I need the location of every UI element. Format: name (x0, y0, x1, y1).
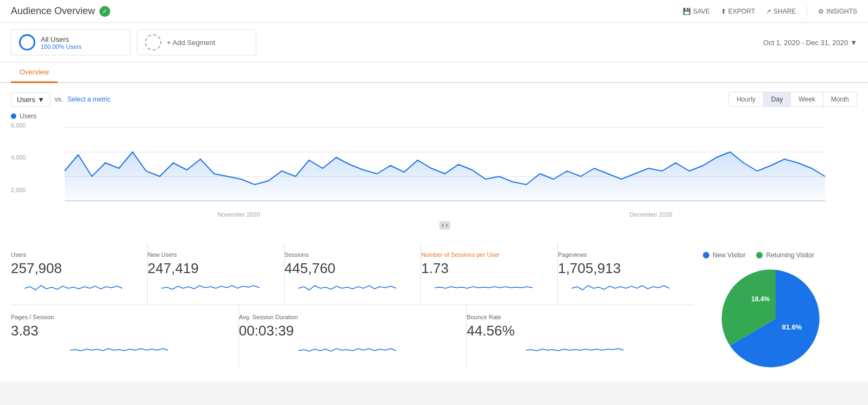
x-label-december: December 2020 (630, 211, 672, 218)
sparkline-sessions (285, 280, 410, 296)
timeline-slider[interactable] (439, 221, 450, 230)
select-metric-link[interactable]: Select a metric (67, 96, 110, 103)
add-segment-circle (145, 34, 161, 50)
users-metric-dropdown[interactable]: Users ▼ (11, 92, 51, 107)
metric-users-value: 257,908 (11, 260, 136, 277)
users-dot (11, 113, 16, 119)
legend-new-visitor: New Visitor (703, 251, 745, 259)
date-range-label: Oct 1, 2020 - Dec 31, 2020 (763, 39, 848, 47)
x-label-november: November 2020 (217, 211, 260, 218)
save-icon: 💾 (683, 8, 691, 15)
metric-sessions-per-user-value: 1.73 (421, 260, 546, 277)
metric-sessions-per-user-label: Number of Sessions per User (421, 251, 546, 258)
metric-pageviews: Pageviews 1,705,913 (558, 243, 694, 305)
share-icon: ↗ (766, 8, 771, 15)
metric-bounce-rate-value: 44.56% (467, 322, 683, 339)
pie-chart: 81.6% 18.4% (721, 264, 830, 373)
metric-new-users-value: 247,419 (148, 260, 273, 277)
metric-users-label: Users (11, 251, 136, 258)
time-hourly[interactable]: Hourly (729, 92, 764, 106)
pie-new-pct-text: 81.6% (782, 323, 802, 331)
metric-new-users-label: New Users (148, 251, 273, 258)
date-range-chevron: ▼ (850, 39, 857, 47)
metric-sessions-per-user: Number of Sessions per User 1.73 (421, 243, 558, 305)
sparkline-users (11, 280, 136, 296)
y-axis: 6,000 4,000 2,000 (11, 122, 26, 230)
metric-new-users: New Users 247,419 (148, 243, 285, 305)
all-users-circle (19, 34, 35, 50)
add-segment-box[interactable]: + Add Segment (137, 29, 256, 55)
export-icon: ⬆ (721, 8, 726, 15)
pie-section: New Visitor Returning Visitor (694, 243, 857, 382)
save-button[interactable]: 💾 SAVE (683, 8, 710, 15)
metric-pageviews-label: Pageviews (558, 251, 683, 258)
time-day[interactable]: Day (764, 92, 791, 106)
chart-section: Users ▼ vs. Select a metric Hourly Day W… (0, 83, 868, 238)
metric-sessions: Sessions 445,760 (285, 243, 422, 305)
metric-pages-session: Pages / Session 3.83 (11, 305, 239, 367)
legend-new-visitor-label: New Visitor (713, 251, 745, 259)
page-title: Audience Overview (11, 5, 95, 17)
divider (807, 6, 807, 17)
tab-bar: Overview (0, 62, 868, 83)
insights-button[interactable]: ⚙ INSIGHTS (818, 8, 857, 15)
export-button[interactable]: ⬆ EXPORT (721, 8, 755, 15)
metric-dropdown-arrow: ▼ (37, 96, 45, 104)
users-series-label: Users (11, 112, 857, 120)
sparkline-pageviews (558, 280, 683, 296)
verified-icon: ✓ (99, 6, 110, 17)
metric-dropdown-label: Users (17, 96, 35, 104)
metric-avg-duration-label: Avg. Session Duration (239, 314, 456, 320)
time-month[interactable]: Month (823, 92, 857, 106)
legend-returning-visitor-label: Returning Visitor (766, 251, 814, 259)
metric-users: Users 257,908 (11, 243, 148, 305)
metric-pages-session-label: Pages / Session (11, 314, 228, 320)
sparkline-sessions-per-user (421, 280, 546, 296)
tab-overview[interactable]: Overview (11, 62, 58, 83)
date-range-picker[interactable]: Oct 1, 2020 - Dec 31, 2020 ▼ (763, 39, 857, 47)
add-segment-label: + Add Segment (167, 39, 215, 47)
sparkline-bounce-rate (467, 343, 683, 359)
metric-avg-duration-value: 00:03:39 (239, 322, 456, 339)
legend-returning-visitor: Returning Visitor (756, 251, 814, 259)
pie-returning-pct-text: 18.4% (751, 295, 770, 303)
line-chart (33, 122, 857, 209)
metric-avg-duration: Avg. Session Duration 00:03:39 (239, 305, 467, 367)
vs-label: vs. (55, 96, 63, 103)
users-series-text: Users (20, 112, 36, 120)
sparkline-pages-session (11, 343, 228, 359)
metric-pageviews-value: 1,705,913 (558, 260, 683, 277)
all-users-segment[interactable]: All Users 100.00% Users (11, 29, 130, 55)
legend-new-visitor-dot (703, 252, 709, 258)
metric-sessions-label: Sessions (285, 251, 410, 258)
metric-bounce-rate-label: Bounce Rate (467, 314, 683, 320)
metric-selector: Users ▼ vs. Select a metric (11, 92, 111, 107)
sparkline-new-users (148, 280, 273, 296)
insights-icon: ⚙ (818, 8, 824, 15)
time-week[interactable]: Week (791, 92, 823, 106)
all-users-name: All Users (41, 35, 81, 43)
y-label-4000: 4,000 (11, 154, 26, 161)
y-label-2000: 2,000 (11, 187, 26, 193)
sparkline-avg-duration (239, 343, 456, 359)
all-users-pct: 100.00% Users (41, 43, 81, 50)
time-buttons: Hourly Day Week Month (728, 92, 857, 107)
metric-bounce-rate: Bounce Rate 44.56% (467, 305, 694, 367)
pie-svg: 81.6% 18.4% (721, 264, 830, 373)
metric-sessions-value: 445,760 (285, 260, 410, 277)
metric-pages-session-value: 3.83 (11, 322, 228, 339)
share-button[interactable]: ↗ SHARE (766, 8, 796, 15)
legend-returning-visitor-dot (756, 252, 763, 258)
y-label-6000: 6,000 (11, 122, 26, 129)
